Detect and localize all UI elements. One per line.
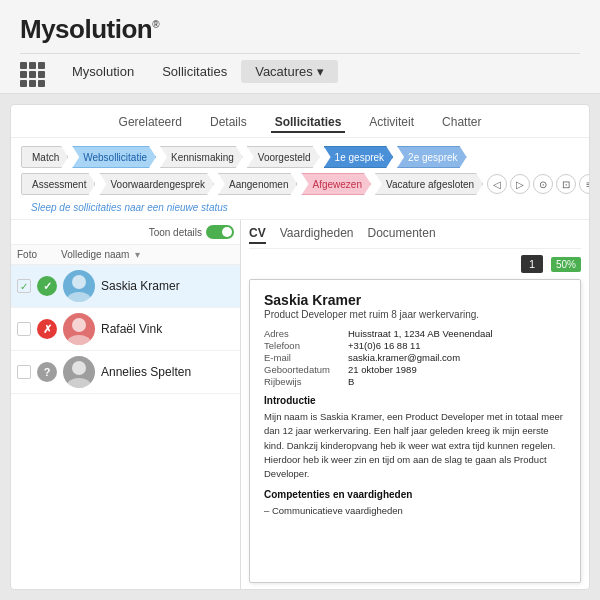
avatar-saskia [63,270,95,302]
svg-point-3 [67,335,91,345]
cv-introductie-title: Introductie [264,395,566,406]
cv-rijbewijs-value: B [348,376,566,387]
nav-mysolution[interactable]: Mysolution [58,60,148,83]
cv-info-grid: Adres Huisstraat 1, 1234 AB Veenendaal T… [264,328,566,387]
stage-voorwaardengesprek[interactable]: Voorwaardengesprek [99,173,214,195]
column-headers: Foto Volledige naam ▾ [11,245,240,265]
stage-aangenomen[interactable]: Aangenomen [218,173,298,195]
tab-activiteit[interactable]: Activiteit [365,113,418,133]
nav-vacatures[interactable]: Vacatures ▾ [241,60,338,83]
tabs-row: Gerelateerd Details Sollicitaties Activi… [11,105,589,138]
details-toggle-switch[interactable] [206,225,234,239]
cv-competenties-title: Competenties en vaardigheden [264,489,566,500]
detail-panel: CV Vaardigheden Documenten 1 50% Saskia … [241,220,589,589]
cv-geb-value: 21 oktober 1989 [348,364,566,375]
status-annelies: ? [37,362,57,382]
nav-next-icon[interactable]: ▷ [510,174,530,194]
cv-telefoon-label: Telefoon [264,340,344,351]
nav-prev-icon[interactable]: ◁ [487,174,507,194]
tab-chatter[interactable]: Chatter [438,113,485,133]
svg-point-0 [72,275,86,289]
view-icon[interactable]: ⊙ [533,174,553,194]
logo-sup: ® [152,19,159,30]
candidate-name-rafael: Rafaël Vink [101,322,162,336]
naam-col-header: Volledige naam [61,249,129,260]
cv-rijbewijs-label: Rijbewijs [264,376,344,387]
drag-hint: Sleep de sollicitaties naar een nieuwe s… [21,200,579,215]
tab-details[interactable]: Details [206,113,251,133]
nav-bar: Mysolution Sollicitaties Vacatures ▾ [20,53,580,83]
svg-point-4 [72,361,86,375]
status-saskia: ✓ [37,276,57,296]
list-item[interactable]: ✓ ✓ Saskia Kramer [11,265,240,308]
cv-candidate-title: Product Developer met ruim 8 jaar werker… [264,309,566,320]
avatar-rafael [63,313,95,345]
detail-tab-documenten[interactable]: Documenten [368,226,436,244]
chevron-down-icon: ▾ [317,64,324,79]
stage-voorgesteld[interactable]: Voorgesteld [247,146,320,168]
tab-gerelateerd[interactable]: Gerelateerd [115,113,186,133]
stage-match[interactable]: Match [21,146,68,168]
stage-assessment[interactable]: Assessment [21,173,95,195]
detail-tab-cv[interactable]: CV [249,226,266,244]
candidate-name-annelies: Annelies Spelten [101,365,191,379]
cv-adres-label: Adres [264,328,344,339]
foto-col-header: Foto [17,249,37,260]
list-toolbar: Toon details [11,220,240,245]
cv-candidate-name: Saskia Kramer [264,292,566,308]
status-rafael: ✗ [37,319,57,339]
avatar-annelies [63,356,95,388]
detail-tab-vaardigheden[interactable]: Vaardigheden [280,226,354,244]
tab-sollicitaties[interactable]: Sollicitaties [271,113,346,133]
cv-adres-value: Huisstraat 1, 1234 AB Veenendaal [348,328,566,339]
list-panel: Toon details Foto Volledige naam ▾ ✓ ✓ [11,220,241,589]
nav-sollicitaties[interactable]: Sollicitaties [148,60,241,83]
cv-controls: 1 50% [249,255,581,273]
detail-tabs: CV Vaardigheden Documenten [249,226,581,249]
stage-2e-gesprek[interactable]: 2e gesprek [397,146,466,168]
toon-details-label: Toon details [149,227,202,238]
checkbox-annelies[interactable] [17,365,31,379]
grid-view-icon[interactable]: ⊡ [556,174,576,194]
svg-point-2 [72,318,86,332]
stage-vacature-afgesloten[interactable]: Vacature afgesloten [375,173,483,195]
stage-websollicitatie[interactable]: Websollicitatie [72,146,156,168]
grid-icon[interactable] [20,62,48,82]
list-section: Toon details Foto Volledige naam ▾ ✓ ✓ [11,219,589,589]
list-item[interactable]: ✗ Rafaël Vink [11,308,240,351]
stage-1e-gesprek[interactable]: 1e gesprek [324,146,393,168]
main-card: Gerelateerd Details Sollicitaties Activi… [10,104,590,590]
pipeline-row-1: Match Websollicitatie Kennismaking Voorg… [21,146,579,168]
logo-text: Mysolution [20,14,152,44]
svg-point-5 [67,378,91,388]
pipeline-row-2: Assessment Voorwaardengesprek Aangenomen… [21,173,579,195]
checkbox-rafael[interactable] [17,322,31,336]
svg-point-1 [67,292,91,302]
naam-col-sort-icon[interactable]: ▾ [135,249,140,260]
candidate-name-saskia: Saskia Kramer [101,279,180,293]
zoom-level: 50% [551,257,581,272]
pipeline: Match Websollicitatie Kennismaking Voorg… [11,138,589,219]
cv-competenties-text: – Communicatieve vaardigheden [264,504,566,518]
cv-geb-label: Geboortedatum [264,364,344,375]
logo: Mysolution® [20,14,580,45]
stage-kennismaking[interactable]: Kennismaking [160,146,243,168]
toon-details-toggle[interactable]: Toon details [149,225,234,239]
list-item[interactable]: ? Annelies Spelten [11,351,240,394]
cv-document: Saskia Kramer Product Developer met ruim… [249,279,581,583]
checkbox-saskia[interactable]: ✓ [17,279,31,293]
list-view-icon[interactable]: ≡ [579,174,590,194]
cv-telefoon-value: +31(0)6 16 88 11 [348,340,566,351]
cv-email-label: E-mail [264,352,344,363]
cv-email-value: saskia.kramer@gmail.com [348,352,566,363]
page-number: 1 [521,255,543,273]
cv-introductie-text: Mijn naam is Saskia Kramer, een Product … [264,410,566,481]
stage-afgewezen[interactable]: Afgewezen [301,173,370,195]
